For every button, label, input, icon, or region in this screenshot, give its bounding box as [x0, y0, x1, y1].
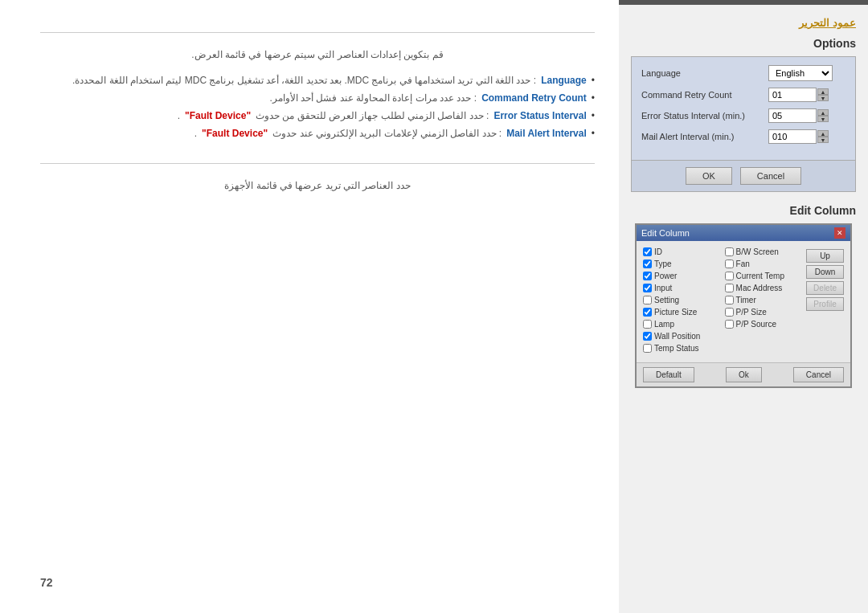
checkbox-current-temp-label: Current Temp [736, 272, 784, 280]
checkbox-pp-source: P/P Source [725, 320, 800, 329]
options-dialog-buttons: OK Cancel [632, 160, 855, 191]
checkbox-bw-screen: B/W Screen [725, 247, 800, 256]
page-number: 72 [40, 576, 53, 589]
checkbox-fan-input[interactable] [725, 260, 734, 268]
period2: . [194, 128, 197, 139]
profile-button[interactable]: Profile [806, 297, 844, 311]
checkbox-fan: Fan [725, 260, 800, 268]
command-retry-input-wrapper: ▲ ▼ [768, 88, 845, 102]
checkbox-wall-position: Wall Position [643, 332, 719, 341]
checkbox-wall-position-label: Wall Position [654, 332, 700, 341]
delete-button[interactable]: Delete [806, 281, 844, 295]
checkbox-timer: Timer [725, 296, 800, 304]
edit-column-section-title: Edit Column [631, 204, 856, 217]
options-section-title: Options [631, 37, 856, 50]
error-status-spinner: ▲ ▼ [817, 109, 829, 122]
spinner-down[interactable]: ▼ [817, 137, 829, 143]
checkbox-input-input[interactable] [643, 284, 652, 292]
edit-column-dialog: Edit Column ✕ ID Type [635, 223, 852, 388]
language-select-wrapper: English [768, 65, 845, 81]
checkbox-fan-label: Fan [736, 260, 750, 268]
options-dialog: Language English Command Retry Count [631, 56, 856, 192]
period1: . [178, 110, 180, 121]
checkbox-mac-address-input[interactable] [725, 284, 734, 292]
checkbox-lamp: Lamp [643, 320, 719, 329]
checkbox-input: Input [643, 284, 719, 292]
list-item: Language : حدد اللغة التي تريد استخدامها… [40, 75, 595, 86]
checkbox-setting-input[interactable] [643, 296, 652, 304]
edit-column-titlebar: Edit Column ✕ [637, 225, 850, 241]
left-checkbox-column: ID Type Power Input [643, 247, 719, 356]
edit-column-dialog-title: Edit Column [641, 228, 690, 238]
top-divider [40, 32, 595, 33]
checkbox-power-label: Power [654, 272, 677, 280]
error-status-input[interactable] [768, 108, 817, 123]
cancel-button[interactable]: Cancel [793, 367, 844, 382]
checkbox-temp-status-label: Temp Status [654, 344, 699, 353]
checkbox-wall-position-input[interactable] [643, 332, 652, 341]
command-retry-input[interactable] [768, 88, 817, 102]
checkbox-type-label: Type [654, 260, 672, 268]
error-status-field-label: Error Status Interval (min.) [641, 111, 762, 121]
command-retry-row: Command Retry Count ▲ ▼ [641, 88, 845, 102]
checkbox-pp-size-input[interactable] [725, 308, 734, 317]
mail-alert-desc: : حدد الفاصل الزمني لإعلامات البريد الإل… [272, 128, 502, 139]
checkbox-power-input[interactable] [643, 272, 652, 280]
command-retry-desc: : حدد عدد مرات إعادة المحاولة عند فشل أح… [269, 92, 477, 104]
language-row: Language English [641, 65, 845, 81]
options-dialog-inner: Language English Command Retry Count [632, 57, 855, 160]
edit-column-close-button[interactable]: ✕ [834, 227, 845, 239]
checkbox-current-temp-input[interactable] [725, 272, 734, 280]
mail-alert-input[interactable] [768, 129, 817, 144]
edit-side-buttons: Up Down Delete Profile [806, 247, 844, 356]
bullet-list: Language : حدد اللغة التي تريد استخدامها… [40, 75, 595, 139]
checkbox-lamp-label: Lamp [654, 320, 674, 329]
checkbox-id: ID [643, 247, 719, 256]
checkbox-pp-size: P/P Size [725, 308, 800, 317]
spinner-down[interactable]: ▼ [817, 116, 829, 122]
checkbox-bw-screen-input[interactable] [725, 247, 734, 256]
checkbox-picture-size-input[interactable] [643, 308, 652, 317]
checkbox-lamp-input[interactable] [643, 320, 652, 329]
checkbox-type-input[interactable] [643, 260, 652, 268]
spinner-down[interactable]: ▼ [817, 95, 829, 101]
list-item: Command Retry Count : حدد عدد مرات إعادة… [40, 92, 595, 104]
error-status-row: Error Status Interval (min.) ▲ ▼ [641, 108, 845, 123]
up-button[interactable]: Up [806, 249, 844, 263]
down-button[interactable]: Down [806, 265, 844, 279]
sidebar-content: عمود التحرير Options Language English [619, 5, 868, 396]
command-retry-field-label: Command Retry Count [641, 90, 762, 100]
spinner-up[interactable]: ▲ [817, 88, 829, 95]
checkbox-timer-input[interactable] [725, 296, 734, 304]
ok-button[interactable]: Ok [726, 367, 762, 382]
checkbox-input-label: Input [654, 284, 672, 292]
command-retry-spinner: ▲ ▼ [817, 88, 829, 101]
checkbox-setting: Setting [643, 296, 719, 304]
section-divider [40, 163, 595, 164]
spinner-up[interactable]: ▲ [817, 109, 829, 116]
error-status-input-wrapper: ▲ ▼ [768, 108, 845, 123]
mail-alert-spinner: ▲ ▼ [817, 130, 829, 143]
mail-alert-label: Mail Alert Interval [506, 128, 587, 139]
mail-alert-field-label: Mail Alert Interval (min.) [641, 132, 762, 141]
spinner-up[interactable]: ▲ [817, 130, 829, 137]
checkbox-id-label: ID [654, 247, 662, 256]
checkbox-pp-source-input[interactable] [725, 320, 734, 329]
right-sidebar: عمود التحرير Options Language English [619, 0, 868, 613]
edit-column-body: ID Type Power Input [637, 241, 850, 362]
mail-alert-input-wrapper: ▲ ▼ [768, 129, 845, 144]
checkbox-timer-label: Timer [736, 296, 756, 304]
arabic-intro-text: قم بتكوين إعدادات العناصر التي سيتم عرضه… [40, 49, 595, 60]
checkbox-mac-address: Mac Address [725, 284, 800, 292]
checkbox-id-input[interactable] [643, 247, 652, 256]
language-select[interactable]: English [768, 65, 833, 81]
fault-device-label1: "Fault Device" [185, 110, 251, 121]
default-button[interactable]: Default [643, 367, 694, 382]
options-cancel-button[interactable]: Cancel [740, 167, 801, 185]
language-label: Language [541, 75, 587, 86]
checkbox-power: Power [643, 272, 719, 280]
checkbox-temp-status: Temp Status [643, 344, 719, 353]
options-ok-button[interactable]: OK [686, 167, 732, 185]
checkbox-type: Type [643, 260, 719, 268]
checkbox-temp-status-input[interactable] [643, 344, 652, 353]
